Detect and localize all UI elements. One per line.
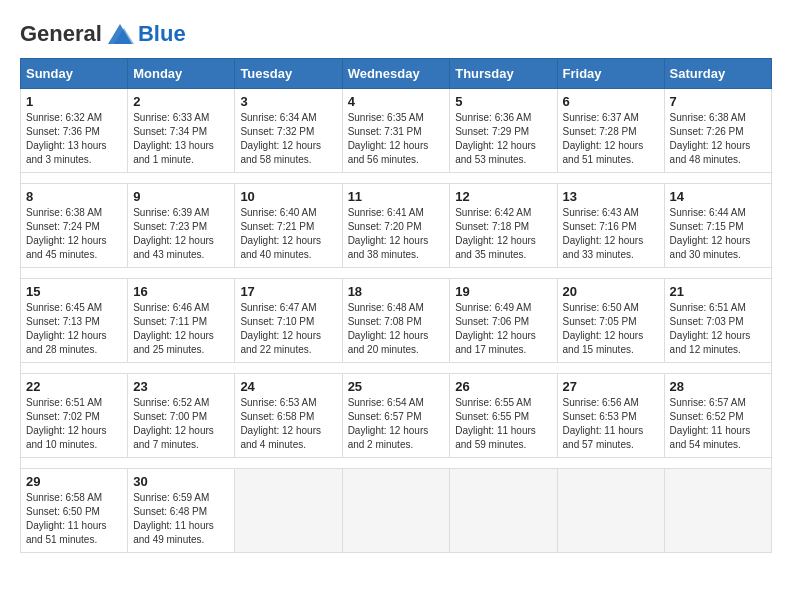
logo: General Blue <box>20 20 186 48</box>
day-detail: Sunrise: 6:38 AM Sunset: 7:26 PM Dayligh… <box>670 111 766 167</box>
day-number: 2 <box>133 94 229 109</box>
day-detail: Sunrise: 6:39 AM Sunset: 7:23 PM Dayligh… <box>133 206 229 262</box>
day-number: 16 <box>133 284 229 299</box>
calendar-day-cell: 14 Sunrise: 6:44 AM Sunset: 7:15 PM Dayl… <box>664 184 771 268</box>
week-divider-cell <box>21 173 772 184</box>
day-detail: Sunrise: 6:57 AM Sunset: 6:52 PM Dayligh… <box>670 396 766 452</box>
calendar-day-cell: 21 Sunrise: 6:51 AM Sunset: 7:03 PM Dayl… <box>664 279 771 363</box>
weekday-header-tuesday: Tuesday <box>235 59 342 89</box>
day-detail: Sunrise: 6:51 AM Sunset: 7:03 PM Dayligh… <box>670 301 766 357</box>
day-number: 29 <box>26 474 122 489</box>
calendar-day-cell: 23 Sunrise: 6:52 AM Sunset: 7:00 PM Dayl… <box>128 374 235 458</box>
day-detail: Sunrise: 6:49 AM Sunset: 7:06 PM Dayligh… <box>455 301 551 357</box>
day-detail: Sunrise: 6:43 AM Sunset: 7:16 PM Dayligh… <box>563 206 659 262</box>
calendar-day-cell <box>557 469 664 553</box>
calendar-day-cell: 6 Sunrise: 6:37 AM Sunset: 7:28 PM Dayli… <box>557 89 664 173</box>
day-detail: Sunrise: 6:41 AM Sunset: 7:20 PM Dayligh… <box>348 206 445 262</box>
day-detail: Sunrise: 6:45 AM Sunset: 7:13 PM Dayligh… <box>26 301 122 357</box>
day-number: 19 <box>455 284 551 299</box>
calendar-day-cell: 3 Sunrise: 6:34 AM Sunset: 7:32 PM Dayli… <box>235 89 342 173</box>
calendar-day-cell <box>342 469 450 553</box>
day-detail: Sunrise: 6:55 AM Sunset: 6:55 PM Dayligh… <box>455 396 551 452</box>
weekday-header-friday: Friday <box>557 59 664 89</box>
day-detail: Sunrise: 6:46 AM Sunset: 7:11 PM Dayligh… <box>133 301 229 357</box>
day-detail: Sunrise: 6:59 AM Sunset: 6:48 PM Dayligh… <box>133 491 229 547</box>
calendar-day-cell: 9 Sunrise: 6:39 AM Sunset: 7:23 PM Dayli… <box>128 184 235 268</box>
calendar-day-cell: 12 Sunrise: 6:42 AM Sunset: 7:18 PM Dayl… <box>450 184 557 268</box>
weekday-header-monday: Monday <box>128 59 235 89</box>
day-number: 21 <box>670 284 766 299</box>
day-number: 7 <box>670 94 766 109</box>
calendar-day-cell: 11 Sunrise: 6:41 AM Sunset: 7:20 PM Dayl… <box>342 184 450 268</box>
calendar-day-cell: 2 Sunrise: 6:33 AM Sunset: 7:34 PM Dayli… <box>128 89 235 173</box>
day-detail: Sunrise: 6:54 AM Sunset: 6:57 PM Dayligh… <box>348 396 445 452</box>
day-number: 30 <box>133 474 229 489</box>
day-number: 28 <box>670 379 766 394</box>
day-detail: Sunrise: 6:58 AM Sunset: 6:50 PM Dayligh… <box>26 491 122 547</box>
day-detail: Sunrise: 6:53 AM Sunset: 6:58 PM Dayligh… <box>240 396 336 452</box>
calendar-day-cell <box>450 469 557 553</box>
day-detail: Sunrise: 6:35 AM Sunset: 7:31 PM Dayligh… <box>348 111 445 167</box>
day-number: 14 <box>670 189 766 204</box>
calendar-day-cell: 24 Sunrise: 6:53 AM Sunset: 6:58 PM Dayl… <box>235 374 342 458</box>
calendar-day-cell: 30 Sunrise: 6:59 AM Sunset: 6:48 PM Dayl… <box>128 469 235 553</box>
calendar-day-cell: 28 Sunrise: 6:57 AM Sunset: 6:52 PM Dayl… <box>664 374 771 458</box>
day-detail: Sunrise: 6:34 AM Sunset: 7:32 PM Dayligh… <box>240 111 336 167</box>
week-divider-cell <box>21 363 772 374</box>
day-detail: Sunrise: 6:38 AM Sunset: 7:24 PM Dayligh… <box>26 206 122 262</box>
weekday-header-saturday: Saturday <box>664 59 771 89</box>
logo-blue-text: Blue <box>138 21 186 47</box>
day-detail: Sunrise: 6:48 AM Sunset: 7:08 PM Dayligh… <box>348 301 445 357</box>
calendar-week-row: 1 Sunrise: 6:32 AM Sunset: 7:36 PM Dayli… <box>21 89 772 173</box>
calendar-day-cell: 27 Sunrise: 6:56 AM Sunset: 6:53 PM Dayl… <box>557 374 664 458</box>
day-number: 13 <box>563 189 659 204</box>
calendar-day-cell: 20 Sunrise: 6:50 AM Sunset: 7:05 PM Dayl… <box>557 279 664 363</box>
calendar-day-cell: 29 Sunrise: 6:58 AM Sunset: 6:50 PM Dayl… <box>21 469 128 553</box>
day-number: 5 <box>455 94 551 109</box>
day-number: 11 <box>348 189 445 204</box>
logo-icon <box>104 20 136 48</box>
logo-general-text: General <box>20 21 102 47</box>
calendar-week-row: 15 Sunrise: 6:45 AM Sunset: 7:13 PM Dayl… <box>21 279 772 363</box>
calendar-day-cell: 26 Sunrise: 6:55 AM Sunset: 6:55 PM Dayl… <box>450 374 557 458</box>
calendar-day-cell: 5 Sunrise: 6:36 AM Sunset: 7:29 PM Dayli… <box>450 89 557 173</box>
calendar-week-row: 29 Sunrise: 6:58 AM Sunset: 6:50 PM Dayl… <box>21 469 772 553</box>
calendar-day-cell: 7 Sunrise: 6:38 AM Sunset: 7:26 PM Dayli… <box>664 89 771 173</box>
day-number: 12 <box>455 189 551 204</box>
day-number: 18 <box>348 284 445 299</box>
calendar-day-cell: 16 Sunrise: 6:46 AM Sunset: 7:11 PM Dayl… <box>128 279 235 363</box>
page-header: General Blue <box>20 20 772 48</box>
day-number: 9 <box>133 189 229 204</box>
day-number: 24 <box>240 379 336 394</box>
calendar-header-row: SundayMondayTuesdayWednesdayThursdayFrid… <box>21 59 772 89</box>
calendar-day-cell: 22 Sunrise: 6:51 AM Sunset: 7:02 PM Dayl… <box>21 374 128 458</box>
weekday-header-sunday: Sunday <box>21 59 128 89</box>
day-detail: Sunrise: 6:42 AM Sunset: 7:18 PM Dayligh… <box>455 206 551 262</box>
calendar-day-cell: 10 Sunrise: 6:40 AM Sunset: 7:21 PM Dayl… <box>235 184 342 268</box>
calendar-day-cell: 18 Sunrise: 6:48 AM Sunset: 7:08 PM Dayl… <box>342 279 450 363</box>
day-number: 27 <box>563 379 659 394</box>
week-divider-row <box>21 268 772 279</box>
calendar-day-cell: 19 Sunrise: 6:49 AM Sunset: 7:06 PM Dayl… <box>450 279 557 363</box>
calendar-day-cell: 8 Sunrise: 6:38 AM Sunset: 7:24 PM Dayli… <box>21 184 128 268</box>
day-detail: Sunrise: 6:52 AM Sunset: 7:00 PM Dayligh… <box>133 396 229 452</box>
day-detail: Sunrise: 6:47 AM Sunset: 7:10 PM Dayligh… <box>240 301 336 357</box>
week-divider-row <box>21 173 772 184</box>
week-divider-row <box>21 458 772 469</box>
day-number: 4 <box>348 94 445 109</box>
calendar-day-cell: 17 Sunrise: 6:47 AM Sunset: 7:10 PM Dayl… <box>235 279 342 363</box>
calendar-day-cell <box>664 469 771 553</box>
day-number: 22 <box>26 379 122 394</box>
calendar-day-cell: 1 Sunrise: 6:32 AM Sunset: 7:36 PM Dayli… <box>21 89 128 173</box>
day-detail: Sunrise: 6:56 AM Sunset: 6:53 PM Dayligh… <box>563 396 659 452</box>
calendar-week-row: 8 Sunrise: 6:38 AM Sunset: 7:24 PM Dayli… <box>21 184 772 268</box>
calendar-day-cell: 4 Sunrise: 6:35 AM Sunset: 7:31 PM Dayli… <box>342 89 450 173</box>
week-divider-cell <box>21 268 772 279</box>
day-number: 15 <box>26 284 122 299</box>
day-detail: Sunrise: 6:36 AM Sunset: 7:29 PM Dayligh… <box>455 111 551 167</box>
day-detail: Sunrise: 6:40 AM Sunset: 7:21 PM Dayligh… <box>240 206 336 262</box>
day-detail: Sunrise: 6:50 AM Sunset: 7:05 PM Dayligh… <box>563 301 659 357</box>
calendar-day-cell: 25 Sunrise: 6:54 AM Sunset: 6:57 PM Dayl… <box>342 374 450 458</box>
weekday-header-thursday: Thursday <box>450 59 557 89</box>
calendar-table: SundayMondayTuesdayWednesdayThursdayFrid… <box>20 58 772 553</box>
